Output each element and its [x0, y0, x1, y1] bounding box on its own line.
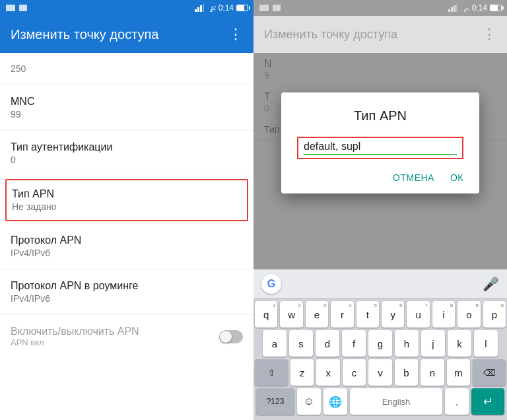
list-item-250: 250 — [0, 53, 254, 85]
svg-point-6 — [210, 11, 212, 13]
list-item-250-value: 250 — [11, 63, 243, 74]
right-notif-icon — [259, 3, 269, 13]
list-item-auth[interactable]: Тип аутентификации 0 — [0, 131, 254, 176]
left-status-bar: 0:14 — [0, 0, 254, 16]
keyboard-row-2: a s d f g h j k l — [255, 330, 506, 357]
key-shift[interactable]: ⇧ — [255, 359, 288, 386]
key-g[interactable]: g — [368, 330, 392, 357]
key-e[interactable]: 3e — [306, 301, 328, 328]
right-panel: 0:14 Изменить точку доступа ⋮ N 9 T 0 Ти… — [254, 0, 507, 420]
key-globe[interactable]: 🌐 — [323, 388, 347, 415]
mnc-label: MNC — [11, 96, 243, 108]
left-toolbar-title: Изменить точку доступа — [11, 27, 228, 42]
left-menu-icon[interactable]: ⋮ — [228, 26, 243, 43]
key-n[interactable]: n — [421, 359, 444, 386]
right-toolbar-title: Изменить точку доступа — [264, 28, 482, 42]
key-j[interactable]: j — [421, 330, 445, 357]
battery-icon — [236, 5, 248, 11]
svg-point-13 — [463, 11, 465, 13]
protocol-roaming-value: IPv4/IPv6 — [11, 293, 243, 304]
dialog-overlay: Тип APN ОТМЕНА ОК — [254, 53, 507, 269]
key-i[interactable]: 8i — [432, 301, 455, 328]
key-d[interactable]: d — [316, 330, 339, 357]
list-item-protocol-roaming[interactable]: Протокол APN в роуминге IPv4/IPv6 — [0, 269, 254, 315]
key-backspace[interactable]: ⌫ — [473, 359, 506, 386]
key-x[interactable]: x — [316, 359, 339, 386]
key-space[interactable]: English — [350, 388, 442, 415]
svg-rect-2 — [195, 9, 197, 12]
svg-rect-8 — [273, 5, 281, 11]
svg-rect-3 — [197, 7, 199, 12]
left-time: 0:14 — [219, 3, 234, 13]
dialog-actions: ОТМЕНА ОК — [297, 172, 463, 183]
key-y[interactable]: 6y — [382, 301, 404, 328]
key-l[interactable]: l — [474, 330, 498, 357]
notification-icon — [5, 3, 16, 13]
toggle-switch-apn[interactable] — [219, 330, 243, 343]
keyboard-row-3: ⇧ z x c v b n m ⌫ — [255, 359, 506, 386]
key-t[interactable]: 5t — [356, 301, 379, 328]
key-s[interactable]: s — [289, 330, 313, 357]
key-h[interactable]: h — [395, 330, 419, 357]
svg-rect-10 — [451, 7, 453, 12]
right-battery-icon — [490, 5, 502, 11]
google-g-icon[interactable]: G — [261, 274, 281, 294]
key-emoji[interactable]: ☺ — [297, 388, 321, 415]
svg-rect-0 — [6, 5, 15, 11]
right-content-area: N 9 T 0 Тип APN Тип APN ОТМЕНА ОК — [254, 53, 507, 269]
key-num[interactable]: ?123 — [256, 388, 294, 415]
signal-icon — [195, 4, 204, 12]
dialog-input-wrapper[interactable] — [297, 137, 463, 159]
keyboard: G 🎤 1q 2w 3e 4r 5t 6y 7u 8i 9o 0p a s — [254, 269, 507, 420]
toggle-row-apn[interactable]: Включить/выключить APN APN вкл — [0, 315, 254, 358]
keyboard-key-rows: 1q 2w 3e 4r 5t 6y 7u 8i 9o 0p a s d f g … — [254, 298, 507, 420]
svg-rect-4 — [200, 5, 202, 12]
apn-type-value: Не задано — [12, 201, 242, 212]
key-q[interactable]: 1q — [255, 301, 277, 328]
keyboard-bottom-row: ?123 ☺ 🌐 English . ↵ — [255, 388, 506, 415]
key-c[interactable]: c — [343, 359, 366, 386]
left-status-icons — [5, 3, 28, 13]
dialog-input-field[interactable] — [304, 141, 457, 155]
right-menu-icon[interactable]: ⋮ — [482, 26, 496, 43]
key-m[interactable]: m — [447, 359, 470, 386]
toggle-apn-label: Включить/выключить APN — [11, 326, 139, 337]
key-o[interactable]: 9o — [457, 301, 480, 328]
left-panel: 0:14 Изменить точку доступа ⋮ 250 MNC 99… — [0, 0, 254, 420]
key-k[interactable]: k — [448, 330, 471, 357]
key-b[interactable]: b — [395, 359, 418, 386]
key-p[interactable]: 0p — [483, 301, 506, 328]
protocol-value: IPv4/IPv6 — [11, 248, 243, 258]
apn-type-dialog: Тип APN ОТМЕНА ОК — [281, 92, 479, 193]
key-period[interactable]: . — [445, 388, 469, 415]
right-img-icon — [272, 3, 281, 13]
key-a[interactable]: a — [263, 330, 287, 357]
key-enter[interactable]: ↵ — [471, 388, 504, 415]
svg-rect-1 — [19, 5, 27, 11]
protocol-label: Протокол APN — [11, 234, 243, 246]
image-icon — [18, 3, 28, 13]
left-toolbar: Изменить точку доступа ⋮ — [0, 16, 254, 53]
list-item-protocol[interactable]: Протокол APN IPv4/IPv6 — [0, 224, 254, 269]
dialog-cancel-button[interactable]: ОТМЕНА — [393, 172, 434, 183]
mnc-value: 99 — [11, 109, 243, 120]
right-status-bar: 0:14 — [254, 0, 507, 16]
svg-rect-12 — [456, 4, 457, 12]
right-toolbar: Изменить точку доступа ⋮ — [254, 16, 507, 53]
protocol-roaming-label: Протокол APN в роуминге — [11, 280, 243, 292]
key-u[interactable]: 7u — [407, 301, 429, 328]
key-w[interactable]: 2w — [280, 301, 302, 328]
dialog-ok-button[interactable]: ОК — [450, 172, 463, 183]
keyboard-top-bar: G 🎤 — [254, 269, 507, 298]
svg-rect-9 — [448, 9, 450, 12]
key-z[interactable]: z — [290, 359, 314, 386]
key-f[interactable]: f — [342, 330, 366, 357]
key-r[interactable]: 4r — [331, 301, 353, 328]
svg-rect-11 — [454, 5, 456, 12]
mic-icon[interactable]: 🎤 — [483, 276, 499, 292]
apn-type-label: Тип APN — [12, 188, 242, 200]
list-item-apn-type[interactable]: Тип APN Не задано — [5, 179, 248, 221]
list-item-mnc[interactable]: MNC 99 — [0, 85, 254, 131]
auth-value: 0 — [11, 155, 243, 165]
key-v[interactable]: v — [368, 359, 391, 386]
